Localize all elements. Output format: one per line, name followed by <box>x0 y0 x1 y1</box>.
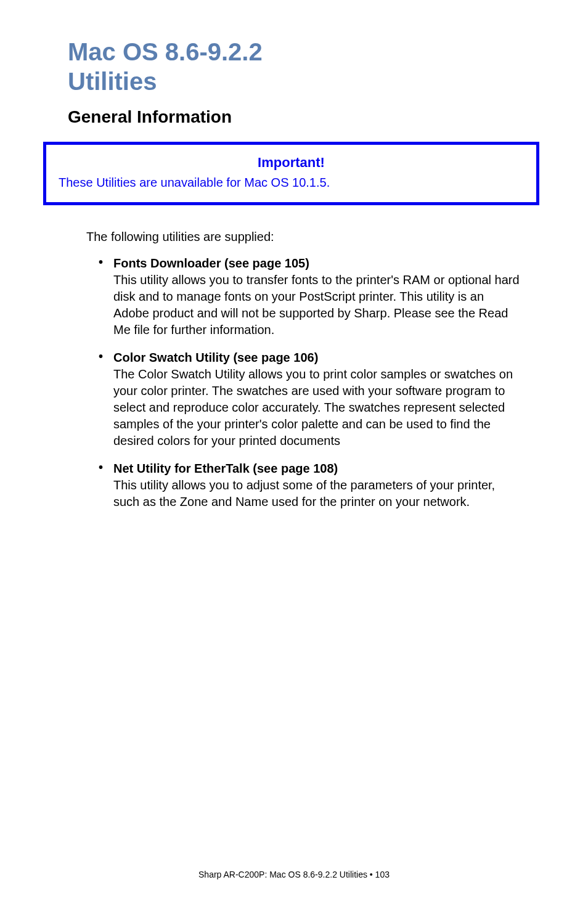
list-item-title: Net Utility for EtherTalk (see page 108) <box>113 460 520 477</box>
list-item-body: This utility allows you to transfer font… <box>113 272 520 338</box>
list-item-title: Fonts Downloader (see page 105) <box>113 255 520 272</box>
important-callout: Important! These Utilities are unavailab… <box>43 142 539 205</box>
section-heading: General Information <box>68 107 520 127</box>
page-title-line2: Utilities <box>68 67 520 96</box>
page-content: Mac OS 8.6-9.2.2 Utilities General Infor… <box>0 0 588 540</box>
list-item-body: The Color Swatch Utility allows you to p… <box>113 366 520 449</box>
list-item-title: Color Swatch Utility (see page 106) <box>113 349 520 366</box>
list-item: Color Swatch Utility (see page 106) The … <box>99 349 520 449</box>
page-footer: Sharp AR-C200P: Mac OS 8.6-9.2.2 Utiliti… <box>0 870 588 879</box>
callout-heading: Important! <box>59 155 524 171</box>
intro-text: The following utilities are supplied: <box>86 230 520 244</box>
list-item: Net Utility for EtherTalk (see page 108)… <box>99 460 520 510</box>
list-item: Fonts Downloader (see page 105) This uti… <box>99 255 520 338</box>
list-item-body: This utility allows you to adjust some o… <box>113 477 520 510</box>
utilities-list: Fonts Downloader (see page 105) This uti… <box>99 255 520 510</box>
page-title-line1: Mac OS 8.6-9.2.2 <box>68 37 520 67</box>
callout-text: These Utilities are unavailable for Mac … <box>59 176 524 190</box>
